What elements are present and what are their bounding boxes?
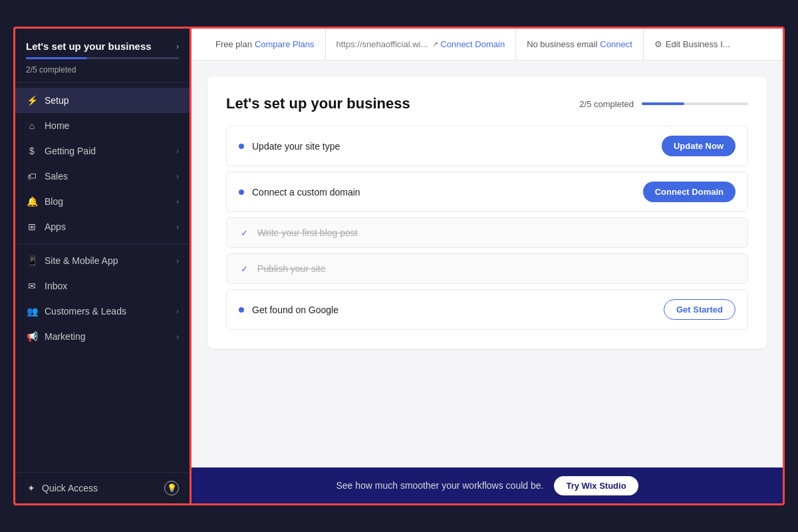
chevron-right-icon: › (176, 307, 179, 315)
chevron-right-icon: › (176, 223, 179, 231)
no-email-text: No business email (527, 39, 597, 49)
chevron-right-icon: › (176, 332, 179, 340)
task-item: Connect a custom domain Connect Domain (226, 172, 748, 212)
content-area: Free plan Compare Plans https://snehaoff… (192, 29, 783, 503)
try-wix-studio-button[interactable]: Try Wix Studio (554, 476, 638, 495)
home-icon: ⌂ (26, 120, 38, 132)
task-label: Write your first blog post (257, 227, 735, 238)
task-check-icon: ✓ (239, 227, 249, 238)
top-bar-email: No business email Connect (516, 29, 644, 60)
sidebar-item-blog[interactable]: 🔔 Blog › (15, 189, 190, 214)
task-label: Update your site type (252, 141, 654, 152)
customers-icon: 👥 (26, 305, 38, 317)
sidebar-item-home[interactable]: ⌂ Home (15, 113, 190, 138)
sidebar-item-site-mobile[interactable]: 📱 Site & Mobile App › (15, 248, 190, 273)
top-bar-domain: https://snehaofficial.wi... ↗ Connect Do… (326, 29, 517, 60)
sidebar-item-label: Getting Paid (45, 146, 176, 156)
setup-section: Let's set up your business 2/5 completed (192, 61, 783, 467)
sidebar-item-getting-paid[interactable]: $ Getting Paid › (15, 138, 190, 164)
gear-icon: ⚙ (654, 39, 662, 49)
nav-divider (15, 243, 190, 244)
sidebar-item-label: Marketing (45, 331, 176, 342)
apps-icon: ⊞ (26, 221, 38, 233)
setup-icon: ⚡ (26, 94, 38, 106)
sidebar-item-label: Inbox (45, 281, 179, 291)
setup-progress-fill (642, 102, 684, 105)
inbox-icon: ✉ (26, 280, 38, 292)
setup-progress-text: 2/5 completed (579, 99, 634, 109)
setup-card: Let's set up your business 2/5 completed (207, 76, 767, 348)
sidebar-item-label: Site & Mobile App (45, 255, 176, 266)
lightbulb-icon[interactable]: 💡 (164, 481, 179, 495)
task-item: Get found on Google Get Started (226, 289, 748, 330)
setup-progress-bar (642, 102, 748, 105)
sidebar-item-label: Home (45, 120, 179, 131)
sidebar-item-marketing[interactable]: 📢 Marketing › (15, 324, 190, 349)
quick-access-footer[interactable]: ✦ Quick Access 💡 (15, 472, 190, 503)
task-bullet-icon (239, 307, 244, 313)
get-started-button[interactable]: Get Started (664, 299, 735, 320)
setup-card-header: Let's set up your business 2/5 completed (226, 95, 748, 112)
setup-card-progress: 2/5 completed (579, 99, 748, 109)
sidebar-progress-bar-container (26, 57, 179, 59)
chevron-right-icon: › (176, 147, 179, 155)
url-text: https://snehaofficial.wi... (336, 39, 428, 49)
blog-icon: 🔔 (26, 196, 38, 207)
sidebar-item-inbox[interactable]: ✉ Inbox (15, 273, 190, 299)
quick-access-label: Quick Access (42, 483, 98, 493)
connect-email-link[interactable]: Connect (600, 39, 632, 49)
sidebar-item-setup[interactable]: ⚡ Setup (15, 88, 190, 113)
sidebar-progress-bar-fill (26, 57, 87, 59)
connect-domain-link[interactable]: Connect Domain (440, 39, 505, 49)
sidebar: Let's set up your business › 2/5 complet… (15, 29, 192, 503)
sidebar-item-label: Blog (45, 196, 176, 207)
sidebar-title-row[interactable]: Let's set up your business › (26, 41, 179, 52)
quick-access-left: ✦ Quick Access (26, 483, 98, 493)
task-item-completed: ✓ Publish your site (226, 253, 748, 284)
task-label: Connect a custom domain (252, 187, 635, 198)
bottom-banner: See how much smoother your workflows cou… (192, 467, 783, 503)
getting-paid-icon: $ (26, 145, 38, 157)
chevron-right-icon: › (176, 172, 179, 180)
task-bullet-icon (239, 144, 244, 149)
task-item-completed: ✓ Write your first blog post (226, 217, 748, 248)
sidebar-nav: ⚡ Setup ⌂ Home $ Getting Paid › 🏷 Sales … (15, 82, 190, 472)
sidebar-item-label: Apps (45, 221, 176, 232)
sidebar-item-label: Sales (45, 171, 176, 182)
sidebar-item-label: Setup (45, 95, 179, 106)
sales-icon: 🏷 (26, 170, 38, 182)
task-list: Update your site type Update Now Connect… (226, 126, 748, 330)
sidebar-item-label: Customers & Leads (45, 306, 176, 317)
top-bar-plan: Free plan Compare Plans (205, 29, 326, 60)
quick-access-star-icon: ✦ (26, 483, 37, 493)
connect-domain-button[interactable]: Connect Domain (643, 182, 735, 202)
external-link-icon: ↗ (432, 40, 438, 49)
banner-text: See how much smoother your workflows cou… (336, 480, 543, 491)
sidebar-item-sales[interactable]: 🏷 Sales › (15, 164, 190, 189)
sidebar-item-apps[interactable]: ⊞ Apps › (15, 214, 190, 239)
task-label: Publish your site (257, 263, 735, 274)
site-mobile-icon: 📱 (26, 255, 38, 267)
task-check-icon: ✓ (239, 263, 249, 274)
top-bar: Free plan Compare Plans https://snehaoff… (192, 29, 783, 61)
chevron-right-icon: › (176, 257, 179, 265)
sidebar-progress-text: 2/5 completed (26, 65, 76, 74)
task-bullet-icon (239, 190, 244, 195)
task-label: Get found on Google (252, 305, 656, 315)
main-layout: Let's set up your business › 2/5 complet… (15, 29, 783, 503)
update-now-button[interactable]: Update Now (662, 136, 735, 156)
plan-label: Free plan (215, 39, 252, 49)
sidebar-item-customers-leads[interactable]: 👥 Customers & Leads › (15, 299, 190, 324)
sidebar-expand-icon: › (176, 42, 179, 51)
marketing-icon: 📢 (26, 331, 38, 342)
chevron-right-icon: › (176, 198, 179, 205)
top-bar-edit[interactable]: ⚙ Edit Business I... (644, 29, 741, 60)
sidebar-header: Let's set up your business › 2/5 complet… (15, 29, 190, 82)
setup-card-title: Let's set up your business (226, 95, 410, 112)
sidebar-title: Let's set up your business (26, 41, 152, 52)
compare-plans-link[interactable]: Compare Plans (255, 39, 315, 49)
edit-business-label: Edit Business I... (666, 39, 730, 49)
app-window: Let's set up your business › 2/5 complet… (13, 27, 785, 505)
task-item: Update your site type Update Now (226, 126, 748, 166)
